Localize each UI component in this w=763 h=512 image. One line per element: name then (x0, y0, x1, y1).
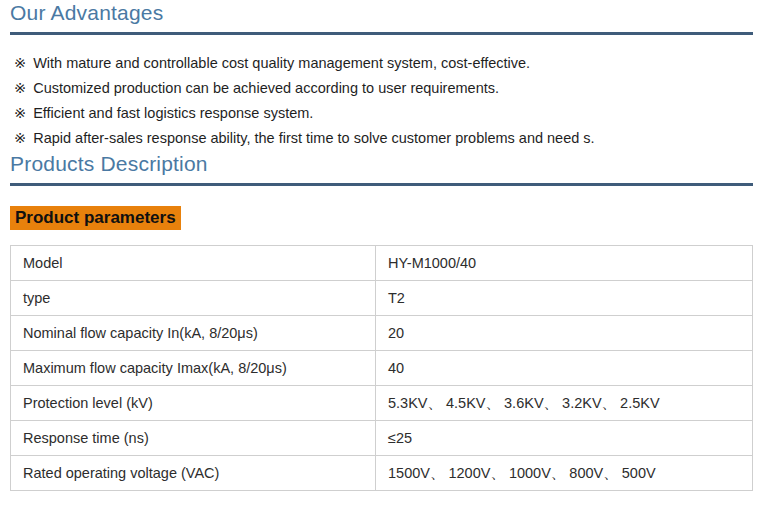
advantages-list: ※With mature and controllable cost quali… (10, 51, 753, 151)
subheading-wrap: Product parameters (10, 206, 753, 230)
products-description-section: Products Description Product parameters … (10, 151, 753, 491)
product-page: Our Advantages ※With mature and controll… (0, 0, 763, 512)
advantage-item: ※Efficient and fast logistics response s… (10, 101, 753, 126)
param-value-cell: 5.3KV、 4.5KV、 3.6KV、 3.2KV、 2.5KV (376, 386, 753, 421)
advantage-text: Rapid after-sales response ability, the … (33, 130, 594, 146)
param-label-cell: Model (11, 246, 376, 281)
table-row: Response time (ns) ≤25 (11, 421, 753, 456)
table-row: Protection level (kV) 5.3KV、 4.5KV、 3.6K… (11, 386, 753, 421)
param-label-cell: Rated operating voltage (VAC) (11, 456, 376, 491)
param-label-cell: Protection level (kV) (11, 386, 376, 421)
products-description-heading: Products Description (10, 151, 753, 176)
param-value-cell: 20 (376, 316, 753, 351)
table-row: Nominal flow capacity In(kA, 8/20μs) 20 (11, 316, 753, 351)
param-value-cell: HY-M1000/40 (376, 246, 753, 281)
param-value-cell: ≤25 (376, 421, 753, 456)
param-value-cell: T2 (376, 281, 753, 316)
advantages-heading: Our Advantages (10, 0, 753, 25)
reference-mark-icon: ※ (14, 105, 26, 121)
advantage-text: With mature and controllable cost qualit… (33, 55, 530, 71)
param-label-cell: Response time (ns) (11, 421, 376, 456)
advantages-section: Our Advantages ※With mature and controll… (10, 0, 753, 151)
product-parameters-label: Product parameters (10, 206, 181, 230)
param-value-cell: 1500V、 1200V、 1000V、 800V、 500V (376, 456, 753, 491)
table-row: Model HY-M1000/40 (11, 246, 753, 281)
param-label-cell: type (11, 281, 376, 316)
advantage-item: ※Rapid after-sales response ability, the… (10, 126, 753, 151)
param-label-cell: Nominal flow capacity In(kA, 8/20μs) (11, 316, 376, 351)
advantage-text: Efficient and fast logistics response sy… (33, 105, 313, 121)
products-description-divider (10, 183, 753, 186)
page-content: Our Advantages ※With mature and controll… (0, 0, 763, 491)
param-value-cell: 40 (376, 351, 753, 386)
advantages-divider (10, 32, 753, 35)
reference-mark-icon: ※ (14, 80, 26, 96)
advantage-item: ※With mature and controllable cost quali… (10, 51, 753, 76)
table-row: type T2 (11, 281, 753, 316)
reference-mark-icon: ※ (14, 130, 26, 146)
reference-mark-icon: ※ (14, 55, 26, 71)
table-row: Rated operating voltage (VAC) 1500V、 120… (11, 456, 753, 491)
table-row: Maximum flow capacity Imax(kA, 8/20μs) 4… (11, 351, 753, 386)
param-label-cell: Maximum flow capacity Imax(kA, 8/20μs) (11, 351, 376, 386)
parameters-table: Model HY-M1000/40 type T2 Nominal flow c… (10, 245, 753, 491)
advantage-item: ※Customized production can be achieved a… (10, 76, 753, 101)
advantage-text: Customized production can be achieved ac… (33, 80, 499, 96)
